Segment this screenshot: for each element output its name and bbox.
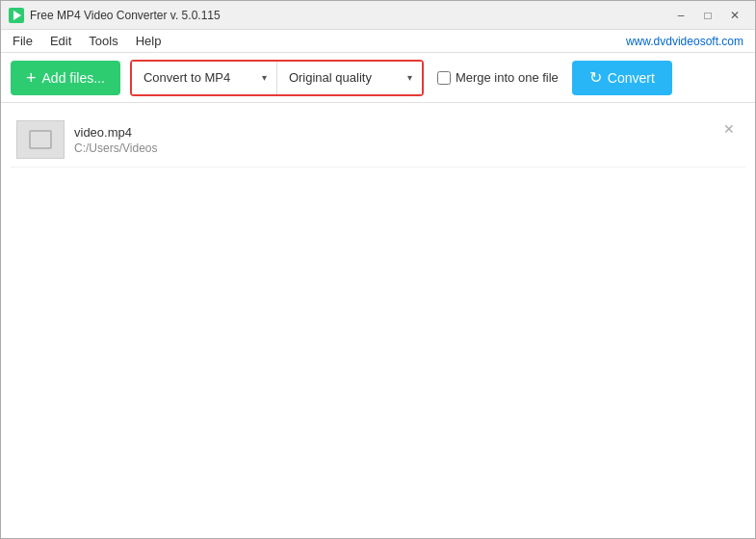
toolbar: + Add files... Convert to MP4 Convert to… [1, 53, 755, 103]
add-files-button[interactable]: + Add files... [11, 61, 120, 95]
menu-help[interactable]: Help [128, 32, 169, 50]
merge-label[interactable]: Merge into one file [456, 70, 559, 85]
menu-edit[interactable]: Edit [42, 32, 79, 50]
website-link[interactable]: www.dvdvideosoft.com [626, 35, 751, 48]
format-select[interactable]: Convert to MP4 Convert to AVI Convert to… [132, 62, 276, 94]
add-files-label: Add files... [42, 70, 105, 86]
title-bar-left: Free MP4 Video Converter v. 5.0.115 [9, 8, 221, 23]
title-bar: Free MP4 Video Converter v. 5.0.115 – □ … [1, 1, 755, 30]
app-title: Free MP4 Video Converter v. 5.0.115 [30, 9, 221, 22]
quality-select[interactable]: Original quality High quality Medium qua… [277, 62, 422, 94]
menu-items: File Edit Tools Help [5, 32, 169, 50]
app-icon [9, 8, 24, 23]
merge-checkbox[interactable] [437, 71, 451, 85]
merge-checkbox-group: Merge into one file [437, 70, 559, 85]
menu-file[interactable]: File [5, 32, 40, 50]
window-controls: – □ ✕ [668, 5, 747, 26]
svg-rect-3 [32, 134, 49, 145]
file-path: C:/Users/Videos [74, 141, 740, 155]
convert-refresh-icon: ↻ [589, 68, 602, 87]
quality-select-wrapper: Original quality High quality Medium qua… [277, 62, 422, 94]
menu-tools[interactable]: Tools [81, 32, 125, 50]
convert-button[interactable]: ↻ Convert [572, 61, 672, 95]
convert-label: Convert [608, 70, 655, 86]
file-remove-button[interactable]: ✕ [720, 120, 738, 138]
file-name: video.mp4 [74, 125, 740, 140]
file-info: video.mp4 C:/Users/Videos [74, 125, 740, 155]
plus-icon: + [26, 69, 37, 87]
format-select-wrapper: Convert to MP4 Convert to AVI Convert to… [132, 62, 277, 94]
convert-options-group: Convert to MP4 Convert to AVI Convert to… [130, 60, 424, 96]
file-list-area: video.mp4 C:/Users/Videos ✕ [1, 103, 755, 538]
file-item: video.mp4 C:/Users/Videos ✕ [11, 113, 745, 167]
maximize-button[interactable]: □ [695, 5, 720, 26]
minimize-button[interactable]: – [668, 5, 693, 26]
file-thumbnail [16, 120, 65, 159]
close-button[interactable]: ✕ [722, 5, 747, 26]
menu-bar: File Edit Tools Help www.dvdvideosoft.co… [1, 30, 755, 53]
video-placeholder-icon [29, 130, 52, 149]
